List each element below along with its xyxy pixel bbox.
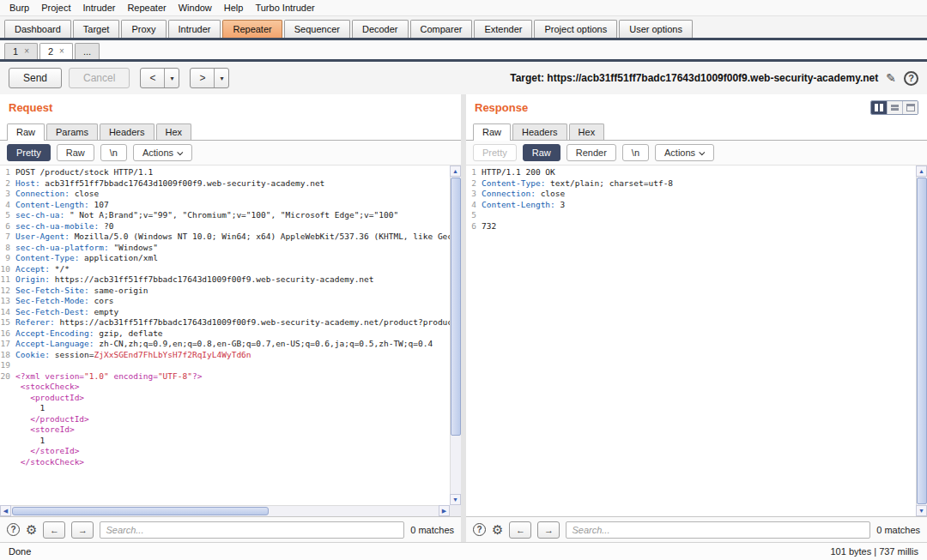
scroll-down-icon[interactable]: ▼ xyxy=(916,505,927,516)
request-line: 14Sec-Fetch-Dest: empty xyxy=(0,307,450,318)
scroll-up-icon[interactable]: ▲ xyxy=(916,166,927,177)
response-view-n-button[interactable]: \n xyxy=(622,144,649,161)
cancel-button[interactable]: Cancel xyxy=(69,68,130,88)
arrow-left-icon: ← xyxy=(50,525,59,535)
main-tab-decoder[interactable]: Decoder xyxy=(352,20,409,38)
response-tab-headers[interactable]: Headers xyxy=(512,123,567,140)
search-next-button[interactable]: → xyxy=(537,521,560,539)
main-tab-extender[interactable]: Extender xyxy=(474,20,532,38)
response-tab-raw[interactable]: Raw xyxy=(473,123,511,141)
repeater-tab-2[interactable]: 2× xyxy=(39,43,73,59)
history-forward-dropdown-icon[interactable]: ▾ xyxy=(215,69,228,87)
request-line: 12Sec-Fetch-Site: same-origin xyxy=(0,286,450,297)
repeater-tab-1[interactable]: 1× xyxy=(4,43,38,59)
request-view-pretty-button[interactable]: Pretty xyxy=(7,144,51,161)
main-tab-sequencer[interactable]: Sequencer xyxy=(284,20,350,38)
request-editor[interactable]: 1POST /product/stock HTTP/1.12Host: acb3… xyxy=(0,166,461,516)
request-line: 15Referer: https://acb31ff51ff7bbadc1764… xyxy=(0,317,450,328)
menu-item-help[interactable]: Help xyxy=(218,1,250,15)
menu-item-burp[interactable]: Burp xyxy=(3,1,35,15)
main-tab-project-options[interactable]: Project options xyxy=(534,20,617,38)
scroll-up-icon[interactable]: ▲ xyxy=(450,166,461,177)
scroll-right-icon[interactable]: ▶ xyxy=(439,505,450,516)
response-line: 5 xyxy=(466,210,916,221)
close-tab-icon[interactable]: × xyxy=(59,47,64,56)
vertical-scroll-thumb[interactable] xyxy=(451,178,461,436)
request-line: </productId> xyxy=(0,414,450,425)
history-forward-button[interactable]: > ▾ xyxy=(190,68,229,88)
main-tab-repeater[interactable]: Repeater xyxy=(222,20,282,38)
line-number: 4 xyxy=(0,200,15,211)
request-line: 13Sec-Fetch-Mode: cors xyxy=(0,296,450,307)
line-number: 2 xyxy=(466,178,482,190)
scroll-left-icon[interactable]: ◀ xyxy=(0,505,11,516)
history-back-button[interactable]: < ▾ xyxy=(140,68,179,88)
request-search-input[interactable] xyxy=(100,521,404,539)
response-line: 1HTTP/1.1 200 OK xyxy=(466,167,916,178)
main-tab-comparer[interactable]: Comparer xyxy=(410,20,473,38)
request-line: 19 xyxy=(0,360,450,371)
request-line: 2Host: acb31ff51ff7bbadc17643d1009f00f9.… xyxy=(0,178,450,190)
main-tab-user-options[interactable]: User options xyxy=(619,20,693,38)
search-next-button[interactable]: → xyxy=(71,521,94,539)
search-help-icon[interactable]: ? xyxy=(473,523,486,536)
response-view-pretty-button[interactable]: Pretty xyxy=(473,144,517,161)
search-prev-button[interactable]: ← xyxy=(509,521,531,539)
menu-item-intruder[interactable]: Intruder xyxy=(77,1,122,15)
request-view-raw-button[interactable]: Raw xyxy=(57,144,94,161)
history-back-label[interactable]: < xyxy=(141,69,165,87)
scroll-down-icon[interactable]: ▼ xyxy=(450,494,461,505)
response-vertical-scrollbar[interactable]: ▲ ▼ xyxy=(916,166,927,516)
request-line: 16Accept-Encoding: gzip, deflate xyxy=(0,328,450,340)
response-code[interactable]: 1HTTP/1.1 200 OK2Content-Type: text/plai… xyxy=(466,167,916,516)
line-number xyxy=(0,446,15,457)
edit-target-icon[interactable]: ✎ xyxy=(886,71,896,85)
request-view-actions-button[interactable]: Actions xyxy=(133,144,192,161)
menu-item-window[interactable]: Window xyxy=(173,1,218,15)
main-tab-target[interactable]: Target xyxy=(73,20,120,38)
history-forward-label[interactable]: > xyxy=(191,69,215,87)
help-icon[interactable]: ? xyxy=(904,71,918,86)
send-button[interactable]: Send xyxy=(9,68,62,88)
request-tab-raw[interactable]: Raw xyxy=(7,123,45,141)
line-number: 13 xyxy=(0,296,15,307)
main-tab-intruder[interactable]: Intruder xyxy=(168,20,221,38)
arrow-right-icon: → xyxy=(544,525,554,535)
response-tab-hex[interactable]: Hex xyxy=(569,123,605,140)
response-view-actions-button[interactable]: Actions xyxy=(655,144,714,161)
main-tab-dashboard[interactable]: Dashboard xyxy=(4,20,71,38)
menu-item-turbo-intruder[interactable]: Turbo Intruder xyxy=(249,1,320,15)
menu-item-repeater[interactable]: Repeater xyxy=(121,1,172,15)
request-view-n-button[interactable]: \n xyxy=(100,144,127,161)
menu-item-project[interactable]: Project xyxy=(35,1,76,15)
line-number xyxy=(0,436,15,447)
response-editor[interactable]: 1HTTP/1.1 200 OK2Content-Type: text/plai… xyxy=(466,166,927,516)
response-view-raw-button[interactable]: Raw xyxy=(523,144,560,161)
arrow-right-icon: → xyxy=(78,525,88,535)
request-tab-headers[interactable]: Headers xyxy=(100,123,154,140)
layout-rows-button[interactable] xyxy=(887,101,902,114)
search-settings-icon[interactable]: ⚙ xyxy=(26,523,37,536)
target-url: https://acb31ff51ff7badc17643d1009f00f9.… xyxy=(547,72,878,84)
request-line: 6sec-ch-ua-mobile: ?0 xyxy=(0,221,450,232)
layout-columns-button[interactable] xyxy=(871,101,887,114)
request-code[interactable]: 1POST /product/stock HTTP/1.12Host: acb3… xyxy=(0,167,450,505)
response-search-input[interactable] xyxy=(566,521,870,539)
vertical-scroll-thumb[interactable] xyxy=(917,178,927,504)
repeater-tab-item[interactable]: ... xyxy=(75,43,100,59)
close-tab-icon[interactable]: × xyxy=(24,47,29,56)
request-tab-params[interactable]: Params xyxy=(46,123,98,140)
layout-tabs-button[interactable] xyxy=(902,101,918,114)
response-view-render-button[interactable]: Render xyxy=(566,144,616,161)
request-vertical-scrollbar[interactable]: ▲ ▼ xyxy=(450,166,461,505)
search-settings-icon[interactable]: ⚙ xyxy=(492,523,503,536)
request-tab-hex[interactable]: Hex xyxy=(156,123,192,140)
search-help-icon[interactable]: ? xyxy=(7,523,20,536)
line-number: 1 xyxy=(466,167,482,178)
search-prev-button[interactable]: ← xyxy=(43,521,65,539)
horizontal-scroll-thumb[interactable] xyxy=(12,507,269,515)
request-horizontal-scrollbar[interactable]: ◀ ▶ xyxy=(0,505,450,516)
main-tab-proxy[interactable]: Proxy xyxy=(121,20,166,38)
history-back-dropdown-icon[interactable]: ▾ xyxy=(165,69,179,87)
line-number xyxy=(0,382,15,393)
